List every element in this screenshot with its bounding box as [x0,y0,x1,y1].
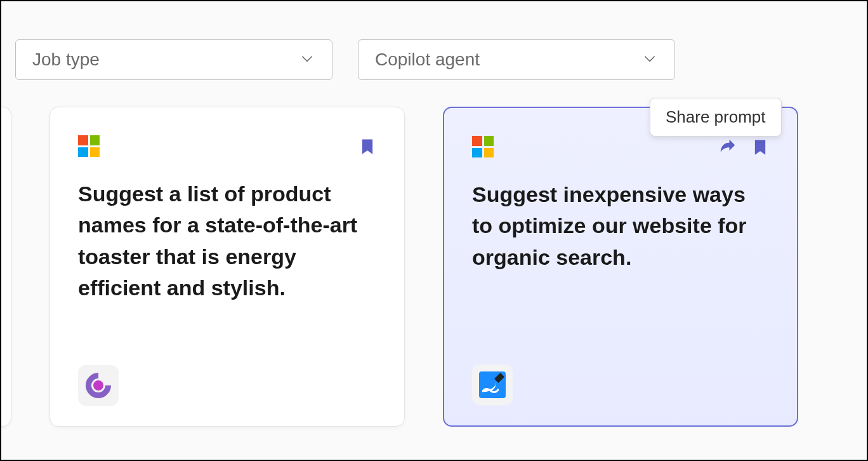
microsoft-logo-icon [78,135,100,157]
share-icon[interactable] [718,137,737,159]
share-prompt-tooltip: Share prompt [650,98,782,137]
microsoft-logo-icon [472,136,494,157]
bookmark-icon[interactable] [358,135,376,159]
chevron-down-icon [299,50,315,69]
prompt-text: Suggest a list of product names for a st… [78,178,376,365]
prompt-card-selected[interactable]: Suggest inexpensive ways to optimize our… [443,107,798,427]
copilot-agent-filter[interactable]: Copilot agent [358,39,675,80]
chevron-down-icon [641,50,658,69]
bookmark-icon[interactable] [751,136,769,160]
prompt-text: Suggest inexpensive ways to optimize our… [472,179,769,364]
copilot-agent-label: Copilot agent [375,50,480,70]
loop-app-icon [78,365,119,406]
prompt-card-partial[interactable] [0,107,11,427]
whiteboard-app-icon [472,364,513,405]
prompt-card[interactable]: Suggest a list of product names for a st… [49,107,405,427]
job-type-label: Job type [32,50,100,70]
job-type-filter[interactable]: Job type [15,39,332,80]
